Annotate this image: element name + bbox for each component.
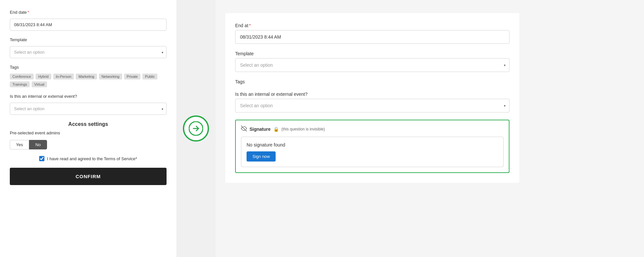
end-date-input[interactable] [10, 19, 167, 31]
signature-label: Signature [250, 127, 271, 132]
terms-label[interactable]: I have read and agreed to the Terms of S… [47, 156, 137, 161]
end-date-label: End date* [10, 10, 167, 15]
arrow-area [176, 0, 216, 257]
internal-external-select-wrapper-right: Select an option ▾ [235, 99, 509, 112]
pre-selected-label: Pre-selected event admins [10, 130, 167, 135]
internal-external-label-right: Is this an internal or external event? [235, 92, 509, 97]
end-at-input[interactable] [235, 30, 509, 44]
signature-invisible-badge: (this question is invisible) [282, 127, 325, 131]
template-select-wrapper-right: Select an option ▾ [235, 58, 509, 72]
terms-checkbox-row: I have read and agreed to the Terms of S… [10, 156, 167, 161]
end-at-label: End at* [235, 23, 509, 28]
internal-external-field-left: Is this an internal or external event? S… [10, 94, 167, 115]
terms-checkbox[interactable] [39, 156, 44, 161]
internal-external-select-wrapper-left: Select an option ▾ [10, 103, 167, 115]
tags-field-right: Tags [235, 79, 509, 84]
access-settings-section: Access settings Pre-selected event admin… [10, 121, 167, 149]
pre-selected-toggle-group: Yes No [10, 140, 167, 149]
template-field-right: Template Select an option ▾ [235, 51, 509, 72]
arrow-right-icon [189, 121, 203, 136]
template-select-left[interactable]: Select an option [10, 46, 167, 58]
tags-label-right: Tags [235, 79, 509, 84]
toggle-no-button[interactable]: No [29, 140, 47, 149]
right-panel: End at* Template Select an option ▾ Tags… [216, 0, 644, 257]
template-field-left: Template Select an option ▾ [10, 37, 167, 58]
tag-marketing[interactable]: Marketing [76, 74, 97, 79]
internal-external-select-right[interactable]: Select an option [235, 99, 509, 112]
tag-trainings[interactable]: Trainings [10, 81, 30, 87]
end-date-field: End date* [10, 10, 167, 31]
right-card: End at* Template Select an option ▾ Tags… [225, 13, 519, 183]
tags-label-left: Tags [10, 65, 167, 70]
lock-icon: 🔒 [273, 127, 279, 132]
tag-public[interactable]: Public [142, 74, 157, 79]
template-select-right[interactable]: Select an option [235, 58, 509, 72]
tag-hybrid[interactable]: Hybrid [36, 74, 51, 79]
sign-now-button[interactable]: Sign now [247, 151, 276, 162]
internal-external-select-left[interactable]: Select an option [10, 103, 167, 115]
tags-container-left: Conference Hybrid In-Person Marketing Ne… [10, 74, 167, 87]
access-settings-title: Access settings [10, 121, 167, 127]
template-label-right: Template [235, 51, 509, 56]
tag-networking[interactable]: Networking [99, 74, 122, 79]
template-label-left: Template [10, 37, 167, 42]
signature-inner: No signature found Sign now [241, 137, 504, 167]
left-panel: End date* Template Select an option ▾ Ta… [0, 0, 176, 257]
tags-field-left: Tags Conference Hybrid In-Person Marketi… [10, 65, 167, 87]
no-signature-text: No signature found [247, 142, 498, 147]
tag-virtual[interactable]: Virtual [32, 81, 47, 87]
internal-external-label-left: Is this an internal or external event? [10, 94, 167, 99]
eye-off-icon [241, 126, 247, 133]
signature-box: Signature 🔒 (this question is invisible)… [235, 120, 509, 173]
template-select-wrapper-left: Select an option ▾ [10, 46, 167, 58]
tag-in-person[interactable]: In-Person [53, 74, 74, 79]
tag-private[interactable]: Private [124, 74, 140, 79]
signature-header: Signature 🔒 (this question is invisible) [241, 126, 504, 133]
confirm-button[interactable]: CONFIRM [10, 168, 167, 185]
toggle-yes-button[interactable]: Yes [10, 140, 29, 149]
internal-external-field-right: Is this an internal or external event? S… [235, 92, 509, 112]
arrow-circle [183, 115, 209, 142]
tag-conference[interactable]: Conference [10, 74, 34, 79]
end-at-field: End at* [235, 23, 509, 44]
